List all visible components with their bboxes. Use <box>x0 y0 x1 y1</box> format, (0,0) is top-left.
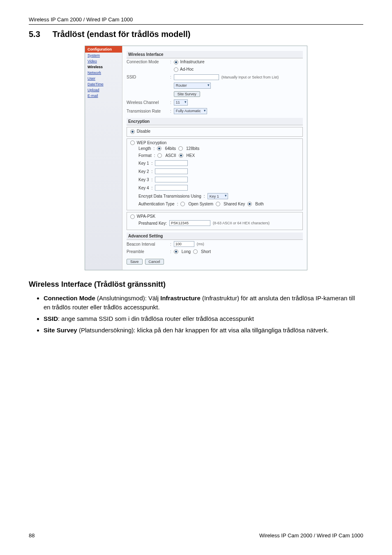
preamble-long: Long <box>182 249 191 254</box>
key4-input[interactable] <box>155 185 188 191</box>
channel-select[interactable]: 11 <box>174 99 188 106</box>
section-number: 5.3 <box>29 30 40 39</box>
bullet-list: Connection Mode (Anslutningsmod): Välj I… <box>29 294 363 334</box>
b3-term: Site Survey <box>44 327 77 334</box>
l128: 128bits <box>186 146 199 151</box>
footer-page: 88 <box>29 532 35 539</box>
sidebar-item-email[interactable]: E-mail <box>85 93 122 99</box>
rate-select[interactable]: Fully Automatic <box>174 108 207 114</box>
fhex: HEX <box>187 153 195 158</box>
auth-both: Both <box>255 202 264 206</box>
sidebar-item-user[interactable]: User <box>85 76 122 81</box>
router-select[interactable]: Router <box>174 83 211 89</box>
radio-short[interactable] <box>193 249 198 254</box>
txkey-select[interactable]: Key 1 <box>208 193 228 199</box>
footer-product: Wireless IP Cam 2000 / Wired IP Cam 1000 <box>259 532 363 539</box>
sidebar-heading: Configuration <box>85 46 122 53</box>
key3-label: Key 3 <box>138 177 149 182</box>
radio-ascii[interactable] <box>157 153 162 158</box>
b1-term2: Infrastructure <box>160 295 201 302</box>
radio-wep-label: WEP Encryption <box>137 140 167 145</box>
psk-input[interactable]: PSK12345 <box>169 220 210 226</box>
sidebar-item-datetime[interactable]: DateTime <box>85 81 122 87</box>
subsection-heading: Wireless Interface (Trådlöst gränssnitt) <box>29 280 363 289</box>
enc-heading: Encryption <box>127 118 303 125</box>
save-button[interactable]: Save <box>127 259 143 265</box>
radio-disable[interactable] <box>130 129 135 134</box>
preamble-label: Preamble <box>127 249 168 254</box>
radio-hex[interactable] <box>179 153 183 158</box>
key3-input[interactable] <box>155 177 188 182</box>
psk-hint: (8-63 ASCII or 64 HEX characters) <box>213 221 270 225</box>
config-screenshot: Configuration System Video Wireless Netw… <box>85 46 307 270</box>
b1-t1: (Anslutningsmod): Välj <box>95 295 160 302</box>
config-sidebar: Configuration System Video Wireless Netw… <box>85 46 122 270</box>
beacon-unit: (ms) <box>197 242 204 246</box>
key4-label: Key 4 <box>138 186 149 190</box>
radio-disable-label: Disable <box>137 129 150 134</box>
page-header: Wireless IP Cam 2000 / Wired IP Cam 1000 <box>29 16 363 23</box>
b3-t: (Platsundersökning): klicka på den här k… <box>77 327 329 334</box>
radio-wpapsk[interactable] <box>130 214 135 219</box>
b2-term: SSID <box>44 315 58 322</box>
radio-infrastructure-label: Infrastructure <box>180 60 205 64</box>
preamble-short: Short <box>201 249 211 254</box>
radio-open[interactable] <box>180 202 185 206</box>
radio-infrastructure[interactable] <box>174 60 178 64</box>
adv-heading: Advanced Setting <box>127 233 303 240</box>
radio-64bits[interactable] <box>157 146 161 151</box>
sidebar-item-upload[interactable]: Upload <box>85 87 122 93</box>
key2-label: Key 2 <box>138 169 149 174</box>
b1-term1: Connection Mode <box>44 295 95 302</box>
conn-mode-label: Connection Mode <box>127 60 168 64</box>
ssid-hint: (Manually Input or Select from List) <box>221 75 279 79</box>
radio-128bits[interactable] <box>178 146 183 151</box>
wi-heading: Wireless Interface <box>127 51 303 58</box>
auth-open: Open System <box>188 202 213 206</box>
beacon-input[interactable]: 100 <box>174 241 194 247</box>
radio-shared[interactable] <box>216 202 220 206</box>
psk-label: Preshared Key: <box>138 221 167 226</box>
channel-label: Wireless Channel <box>127 100 168 105</box>
page-footer: 88 Wireless IP Cam 2000 / Wired IP Cam 1… <box>29 532 363 539</box>
site-survey-button[interactable]: Site Survey <box>174 91 200 97</box>
radio-adhoc-label: Ad-Hoc <box>180 67 194 71</box>
radio-adhoc[interactable] <box>174 67 178 72</box>
sidebar-item-video[interactable]: Video <box>85 58 122 64</box>
radio-both[interactable] <box>247 202 252 206</box>
sidebar-item-network[interactable]: Network <box>85 70 122 76</box>
wep-length-label: Length <box>138 146 151 151</box>
sidebar-item-system[interactable]: System <box>85 53 122 58</box>
bullet-1: Connection Mode (Anslutningsmod): Välj I… <box>44 294 363 312</box>
section-heading: 5.3Trådlöst (endast för trådlös modell) <box>29 30 363 39</box>
fascii: ASCII <box>165 153 176 158</box>
header-rule <box>29 24 363 25</box>
wep-format-label: Format <box>138 153 152 158</box>
config-main: Wireless Interface Connection Mode: Infr… <box>122 46 307 270</box>
bullet-3: Site Survey (Platsundersökning): klicka … <box>44 326 363 335</box>
ssid-input[interactable] <box>174 74 219 80</box>
key1-input[interactable] <box>155 160 188 166</box>
txkey-label: Encrypt Data Transmissions Using <box>138 194 201 198</box>
rate-label: Transmission Rate <box>127 109 168 113</box>
ssid-label: SSID <box>127 75 168 79</box>
radio-wep[interactable] <box>130 140 135 145</box>
beacon-label: Beacon Interval <box>127 242 168 246</box>
radio-wpapsk-label: WPA-PSK <box>137 214 155 219</box>
cancel-button[interactable]: Cancel <box>145 259 164 265</box>
bullet-2: SSID: ange samma SSID som i din trådlösa… <box>44 314 363 323</box>
radio-long[interactable] <box>174 249 178 254</box>
key2-input[interactable] <box>155 168 188 174</box>
key1-label: Key 1 <box>138 161 149 166</box>
b2-t: : ange samma SSID som i din trådlösa rou… <box>58 315 254 322</box>
sidebar-item-wireless[interactable]: Wireless <box>85 64 122 70</box>
section-title: Trådlöst (endast för trådlös modell) <box>53 30 191 39</box>
l64: 64bits <box>165 146 176 151</box>
authtype-label: Authentication Type <box>138 202 175 206</box>
auth-shared: Shared Key <box>224 202 245 206</box>
